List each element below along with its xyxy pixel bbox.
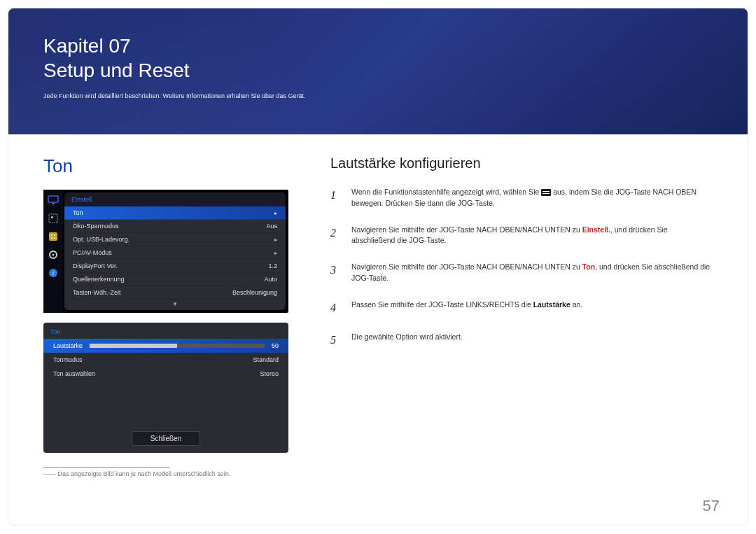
osd-item-value: Aus: [266, 223, 277, 230]
footnote-divider: [43, 467, 169, 468]
osd-item-label: Lautstärke: [53, 342, 83, 349]
close-button[interactable]: Schließen: [132, 431, 200, 446]
footnote-text: Das angezeigte Bild kann je nach Modell …: [58, 470, 231, 477]
monitor-icon: [47, 194, 59, 206]
osd-menu-item[interactable]: Tasten-Wdh.-ZeitBeschleunigung: [64, 286, 286, 300]
osd-content-panel: Einstell. Ton▸Öko-SparmodusAusOpt. USB-L…: [64, 192, 286, 310]
osd-item-label: Ton: [73, 209, 83, 216]
subsection-heading: Lautstärke konfigurieren: [330, 155, 713, 171]
section-heading-ton: Ton: [43, 155, 288, 177]
step-text: Navigieren Sie mithilfe der JOG-Taste NA…: [351, 262, 713, 284]
instruction-step: 1Wenn die Funktionstastenhilfe angezeigt…: [330, 187, 713, 209]
chapter-name: Setup und Reset: [43, 59, 190, 81]
info-icon: i: [47, 267, 59, 279]
svg-point-6: [51, 237, 52, 239]
instruction-step: 3Navigieren Sie mithilfe der JOG-Taste N…: [330, 262, 713, 284]
chevron-right-icon: ▸: [274, 250, 277, 256]
svg-rect-3: [49, 232, 57, 241]
chevron-right-icon: ▸: [274, 210, 277, 216]
osd-item-value: 50: [272, 342, 279, 349]
right-column: Lautstärke konfigurieren 1Wenn die Funkt…: [330, 155, 713, 477]
osd-menu-item[interactable]: PC/AV-Modus▸: [64, 246, 286, 260]
osd-submenu-item[interactable]: TonmodusStandard: [43, 353, 288, 367]
osd-item-label: Opt. USB-Ladevorg.: [73, 236, 130, 243]
osd-item-label: Ton auswählen: [53, 370, 95, 377]
eco-icon: [47, 230, 59, 243]
osd-item-label: PC/AV-Modus: [73, 249, 112, 256]
chapter-subtitle: Jede Funktion wird detailliert beschrieb…: [43, 92, 713, 99]
left-column: Ton: [43, 155, 288, 477]
page-number: 57: [703, 497, 720, 515]
step-number: 4: [330, 300, 340, 316]
osd-sub-title: Ton: [43, 323, 288, 339]
step-number: 3: [330, 262, 340, 284]
step-number: 5: [330, 332, 340, 349]
osd-item-label: DisplayPort Ver.: [73, 262, 118, 269]
chevron-right-icon: ▸: [274, 237, 277, 243]
osd-submenu-item[interactable]: Ton auswählenStereo: [43, 367, 288, 381]
osd-item-value: Auto: [264, 276, 277, 283]
osd-menu-item[interactable]: DisplayPort Ver.1.2: [64, 260, 286, 273]
svg-point-7: [54, 237, 55, 239]
osd-menu-item[interactable]: Ton▸: [64, 206, 286, 220]
chapter-line: Kapitel 07: [43, 35, 131, 57]
osd-menu-item[interactable]: Opt. USB-Ladevorg.▸: [64, 233, 286, 246]
osd-sub-menu: Ton Lautstärke50TonmodusStandardTon ausw…: [43, 323, 288, 453]
keyword: Ton: [582, 262, 595, 271]
osd-item-label: Tasten-Wdh.-Zeit: [73, 289, 121, 296]
svg-point-9: [52, 254, 55, 256]
chapter-title: Kapitel 07 Setup und Reset: [43, 34, 713, 83]
svg-point-5: [54, 234, 55, 236]
document-page: Kapitel 07 Setup und Reset Jede Funktion…: [8, 8, 748, 525]
osd-main-title: Einstell.: [64, 192, 286, 206]
step-text: Navigieren Sie mithilfe der JOG-Taste NA…: [351, 225, 713, 247]
gear-icon: [47, 248, 59, 261]
step-text: Wenn die Funktionstastenhilfe angezeigt …: [351, 187, 713, 209]
picture-icon: [47, 212, 59, 225]
osd-item-value: Beschleunigung: [232, 289, 277, 296]
volume-slider[interactable]: [90, 344, 265, 348]
footnote: ―― Das angezeigte Bild kann je nach Mode…: [43, 470, 288, 477]
svg-rect-1: [52, 203, 55, 204]
instruction-step: 4Passen Sie mithilfe der JOG-Taste LINKS…: [330, 300, 713, 316]
menu-icon: [541, 189, 551, 196]
volume-slider-fill: [90, 344, 177, 348]
osd-submenu-item[interactable]: Lautstärke50: [43, 339, 288, 353]
osd-item-value: Stereo: [260, 370, 279, 377]
osd-item-value: Standard: [253, 356, 279, 363]
step-number: 1: [330, 187, 340, 209]
osd-item-label: Öko-Sparmodus: [73, 223, 119, 230]
osd-menu-item[interactable]: QuellenerkennungAuto: [64, 273, 286, 286]
keyword: Einstell.: [582, 225, 610, 234]
instruction-step: 2Navigieren Sie mithilfe der JOG-Taste N…: [330, 225, 713, 247]
step-text: Passen Sie mithilfe der JOG-Taste LINKS/…: [351, 300, 713, 316]
osd-sidebar: i: [43, 190, 63, 313]
svg-point-4: [51, 234, 52, 236]
scroll-down-arrow-icon: ▼: [64, 300, 286, 310]
osd-item-label: Quellenerkennung: [73, 276, 125, 283]
step-number: 2: [330, 225, 340, 247]
osd-item-label: Tonmodus: [53, 356, 83, 363]
svg-rect-0: [48, 196, 58, 202]
page-body: Ton: [8, 134, 748, 477]
chapter-header: Kapitel 07 Setup und Reset Jede Funktion…: [8, 8, 748, 134]
osd-main-menu: i Einstell. Ton▸Öko-SparmodusAusOpt. USB…: [43, 190, 288, 313]
footnote-dash: ――: [43, 470, 56, 477]
osd-item-value: 1.2: [268, 262, 277, 269]
step-text: Die gewählte Option wird aktiviert.: [351, 332, 713, 349]
osd-menu-item[interactable]: Öko-SparmodusAus: [64, 220, 286, 233]
bold-term: Lautstärke: [533, 300, 570, 309]
instruction-step: 5Die gewählte Option wird aktiviert.: [330, 332, 713, 349]
